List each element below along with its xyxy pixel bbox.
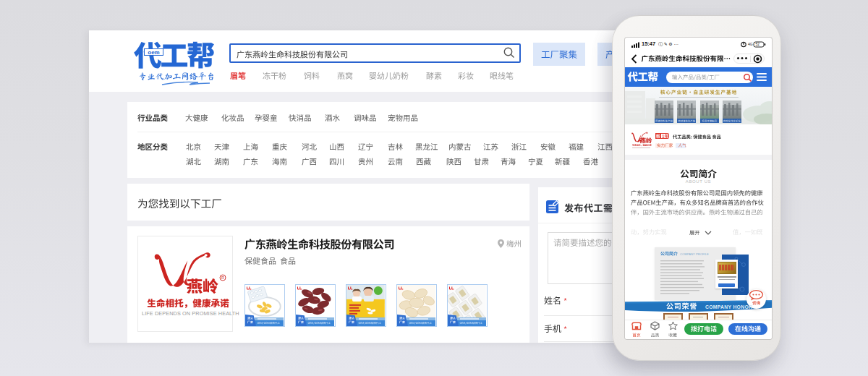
- svg-text:52: 52: [756, 43, 760, 46]
- svg-text:R: R: [221, 275, 224, 280]
- svg-text:4G: 4G: [748, 42, 753, 46]
